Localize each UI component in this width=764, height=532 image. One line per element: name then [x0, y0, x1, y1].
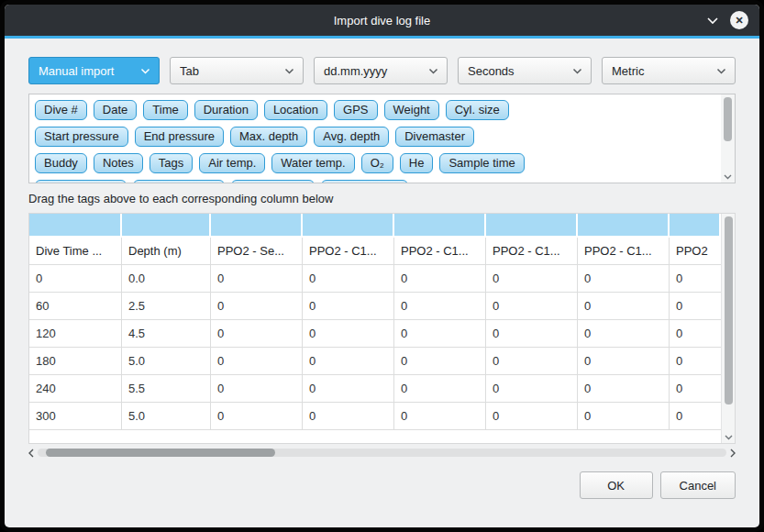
- duration-format-select[interactable]: Seconds: [458, 57, 592, 84]
- table-cell: 0: [394, 293, 486, 320]
- tag-sample-temp[interactable]: Sample temp.: [133, 180, 225, 183]
- cancel-button[interactable]: Cancel: [660, 471, 736, 499]
- chevron-down-icon: [284, 68, 294, 74]
- ok-button[interactable]: OK: [580, 471, 653, 499]
- table-horizontal-scrollbar[interactable]: [28, 446, 736, 460]
- table-cell: 0: [578, 403, 670, 430]
- drop-target-cell[interactable]: [303, 214, 394, 238]
- preview-grid: Dive Time ... Depth (m) PPO2 - Se... PPO…: [29, 214, 721, 443]
- table-row: 300 5.0 0 0 0 0 0 0: [29, 403, 721, 430]
- tag-end-pressure[interactable]: End pressure: [135, 127, 224, 147]
- preview-table: Dive Time ... Depth (m) PPO2 - Se... PPO…: [28, 213, 736, 444]
- scroll-down-arrow[interactable]: [725, 433, 733, 443]
- drop-target-cell[interactable]: [578, 214, 670, 238]
- table-cell: 0: [394, 265, 486, 293]
- tag-dive-number[interactable]: Dive #: [35, 100, 87, 120]
- tag-buddy[interactable]: Buddy: [35, 153, 87, 173]
- tag-row: Start pressure End pressure Max. depth A…: [35, 127, 715, 147]
- tag-max-depth[interactable]: Max. depth: [230, 127, 307, 147]
- scroll-right-arrow[interactable]: [730, 449, 736, 458]
- window-frame: Import dive log file ✕ Manual import Tab: [0, 0, 764, 532]
- drop-target-cell[interactable]: [670, 214, 721, 238]
- table-cell: 0: [486, 293, 578, 320]
- close-icon: ✕: [735, 15, 743, 27]
- tag-sample-cns[interactable]: Sample CNS: [321, 180, 408, 183]
- shade-button[interactable]: [706, 17, 719, 25]
- table-cell: 0: [303, 320, 394, 348]
- scrollbar-thumb[interactable]: [725, 216, 733, 405]
- table-cell: 0: [211, 375, 303, 403]
- column-header: PPO2 - C1...: [394, 238, 486, 265]
- scrollbar-thumb[interactable]: [46, 449, 275, 457]
- tag-divemaster[interactable]: Divemaster: [395, 127, 474, 147]
- drop-target-cell[interactable]: [122, 214, 211, 238]
- table-cell: 0: [670, 375, 721, 403]
- column-header: Dive Time ...: [29, 238, 122, 265]
- table-cell: 0: [486, 265, 578, 293]
- tag-start-pressure[interactable]: Start pressure: [35, 127, 128, 147]
- table-cell: 0: [394, 348, 486, 375]
- tag-sample-po2[interactable]: Sample pO₂: [231, 180, 314, 183]
- tag-notes[interactable]: Notes: [94, 153, 143, 173]
- tag-gps[interactable]: GPS: [334, 100, 377, 120]
- table-cell: 0: [394, 320, 486, 348]
- tag-rows: Dive # Date Time Duration Location GPS W…: [29, 94, 721, 183]
- table-vertical-scrollbar[interactable]: [721, 214, 735, 443]
- tag-o2[interactable]: O₂: [361, 153, 393, 173]
- table-row: 0 0.0 0 0 0 0 0 0: [29, 265, 721, 293]
- table-cell: 300: [29, 403, 122, 430]
- tag-air-temp[interactable]: Air temp.: [199, 153, 265, 173]
- drop-target-cell[interactable]: [394, 214, 486, 238]
- tag-time[interactable]: Time: [143, 100, 187, 120]
- scrollbar-track[interactable]: [38, 449, 726, 457]
- tag-cyl-size[interactable]: Cyl. size: [446, 100, 509, 120]
- table-cell: 0: [394, 403, 486, 430]
- chevron-down-icon: [572, 68, 582, 74]
- tag-date[interactable]: Date: [94, 100, 137, 120]
- scroll-left-arrow[interactable]: [28, 449, 34, 458]
- units-select[interactable]: Metric: [602, 57, 736, 84]
- date-format-select[interactable]: dd.mm.yyyy: [314, 57, 448, 84]
- tag-palette-scrollbar[interactable]: [721, 94, 735, 183]
- table-cell: 0: [303, 348, 394, 375]
- chevron-down-icon: [706, 17, 719, 25]
- date-format-value: dd.mm.yyyy: [324, 64, 423, 78]
- field-separator-select[interactable]: Tab: [170, 57, 304, 84]
- table-cell: 0: [394, 375, 486, 403]
- import-mode-select[interactable]: Manual import: [28, 57, 160, 84]
- chevron-down-icon: [716, 68, 726, 74]
- tag-water-temp[interactable]: Water temp.: [271, 153, 354, 173]
- tag-sample-depth[interactable]: Sample depth: [35, 180, 127, 183]
- column-header: PPO2: [670, 238, 721, 265]
- table-cell: 60: [29, 293, 122, 320]
- table-cell: 5.0: [122, 348, 211, 375]
- column-header: PPO2 - C1...: [303, 238, 394, 265]
- table-cell: 0: [303, 293, 394, 320]
- drop-target-cell[interactable]: [486, 214, 578, 238]
- scroll-down-arrow[interactable]: [724, 172, 732, 183]
- table-cell: 5.0: [122, 403, 211, 430]
- column-header: PPO2 - C1...: [486, 238, 578, 265]
- import-dive-log-dialog: Import dive log file ✕ Manual import Tab: [5, 5, 759, 527]
- scrollbar-thumb[interactable]: [724, 97, 732, 141]
- tag-he[interactable]: He: [400, 153, 434, 173]
- tag-location[interactable]: Location: [264, 100, 327, 120]
- tag-weight[interactable]: Weight: [384, 100, 439, 120]
- chevron-down-icon: [724, 174, 732, 180]
- drop-target-cell[interactable]: [211, 214, 303, 238]
- titlebar[interactable]: Import dive log file ✕: [5, 5, 759, 36]
- table-cell: 240: [29, 375, 122, 403]
- tag-sample-time[interactable]: Sample time: [439, 153, 524, 173]
- table-cell: 0: [578, 320, 670, 348]
- tag-avg-depth[interactable]: Avg. depth: [314, 127, 389, 147]
- titlebar-buttons: ✕: [706, 11, 759, 29]
- window-title: Import dive log file: [5, 14, 759, 28]
- table-cell: 120: [29, 320, 122, 348]
- drop-target-cell[interactable]: [29, 214, 122, 238]
- tag-tags[interactable]: Tags: [149, 153, 193, 173]
- table-cell: 0: [486, 320, 578, 348]
- tag-duration[interactable]: Duration: [194, 100, 258, 120]
- table-cell: 0: [211, 403, 303, 430]
- tag-row: Buddy Notes Tags Air temp. Water temp. O…: [35, 153, 715, 173]
- close-button[interactable]: ✕: [730, 11, 748, 29]
